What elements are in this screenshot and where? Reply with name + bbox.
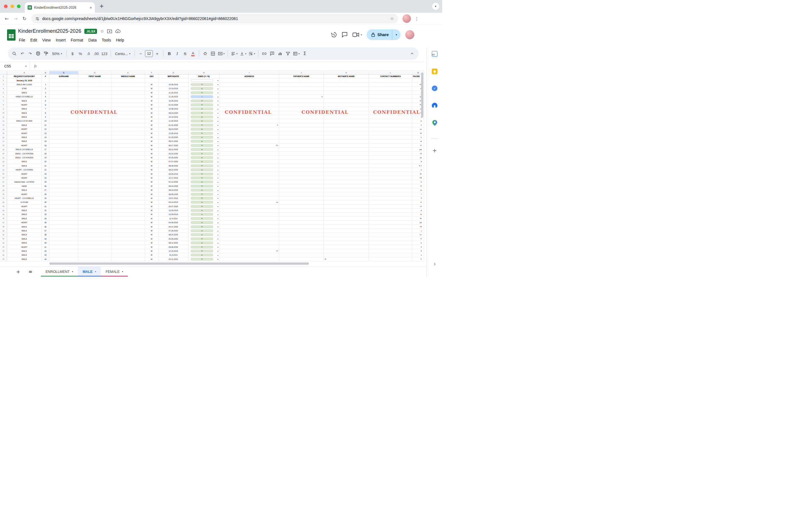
row-number[interactable]: 10	[0, 111, 7, 115]
row-number[interactable]: 5	[0, 91, 7, 95]
sned-cell[interactable]: N▾	[188, 197, 220, 200]
cell[interactable]	[279, 152, 324, 156]
birthdate-cell[interactable]: 06-04-2020	[158, 184, 188, 188]
cell[interactable]	[79, 156, 111, 160]
cell[interactable]: KY	[412, 233, 424, 237]
column-header-G[interactable]: G	[158, 71, 188, 75]
cell[interactable]	[220, 192, 279, 196]
sned-cell[interactable]: N▾	[188, 87, 220, 91]
cell[interactable]	[369, 119, 412, 123]
row-number[interactable]: 39	[0, 229, 7, 233]
number-cell[interactable]: 16	[42, 144, 49, 147]
document-title[interactable]: KinderEnrollment2025-2026	[18, 28, 81, 34]
column-header-L[interactable]: L	[369, 71, 412, 75]
cell[interactable]	[279, 119, 324, 123]
number-cell[interactable]: 8	[42, 111, 49, 115]
cell[interactable]	[79, 83, 111, 87]
tab-close-icon[interactable]: ×	[90, 5, 92, 10]
category-cell[interactable]: SMILE	[7, 139, 42, 143]
cell[interactable]	[220, 119, 279, 123]
row-number[interactable]: 42	[0, 241, 7, 245]
sex-cell[interactable]: M	[145, 107, 158, 111]
sned-dropdown-chip[interactable]: N	[191, 181, 213, 183]
cell[interactable]	[369, 180, 412, 184]
font-select[interactable]: Centu... ▾	[113, 50, 133, 57]
category-cell[interactable]: HEART	[7, 131, 42, 135]
category-cell[interactable]: 11:00 AM	[7, 200, 42, 204]
format-currency-button[interactable]: $	[69, 50, 76, 57]
row-number[interactable]: 45	[0, 253, 7, 257]
category-cell[interactable]: SMILE	[7, 225, 42, 228]
undo-button[interactable]: ↶	[18, 50, 26, 57]
chevron-down-icon[interactable]: ▾	[218, 165, 218, 167]
cell[interactable]	[111, 144, 145, 147]
birthdate-cell[interactable]: 10-07-2019	[158, 197, 188, 200]
cell[interactable]	[279, 233, 324, 237]
row-number[interactable]: 2	[0, 79, 7, 82]
bold-button[interactable]: B	[165, 50, 173, 57]
cell[interactable]	[279, 184, 324, 188]
cell[interactable]	[369, 197, 412, 200]
cell[interactable]	[220, 172, 279, 176]
cell[interactable]	[279, 127, 324, 131]
birthdate-cell[interactable]: 08-20-2020	[158, 233, 188, 237]
cell[interactable]	[49, 115, 79, 119]
cell[interactable]	[220, 168, 279, 172]
new-tab-button[interactable]: +	[99, 3, 104, 9]
category-cell[interactable]: HAND	[7, 184, 42, 188]
sned-dropdown-chip[interactable]: N	[191, 229, 213, 232]
row-number[interactable]: 29	[0, 188, 7, 192]
cell[interactable]	[111, 99, 145, 103]
cell[interactable]: IV	[412, 200, 424, 204]
sex-cell[interactable]: M	[145, 139, 158, 143]
cell[interactable]	[49, 245, 79, 249]
category-cell[interactable]: SMILE	[7, 164, 42, 168]
formula-input[interactable]	[37, 62, 424, 70]
birthdate-cell[interactable]: 10-19-2019	[158, 115, 188, 119]
cell[interactable]	[79, 192, 111, 196]
cell[interactable]: YA	[220, 249, 279, 253]
chevron-down-icon[interactable]: ▾	[218, 104, 218, 106]
sned-dropdown-chip[interactable]: N	[191, 246, 213, 248]
chevron-down-icon[interactable]: ▾	[218, 149, 218, 151]
category-cell[interactable]: HEART	[7, 176, 42, 180]
sned-dropdown-chip[interactable]: N	[191, 128, 213, 130]
row-number[interactable]: 41	[0, 237, 7, 241]
sned-cell[interactable]: N▾	[188, 144, 220, 147]
category-cell[interactable]: SMILE	[7, 209, 42, 213]
cell[interactable]	[369, 221, 412, 225]
menu-help[interactable]: Help	[113, 37, 127, 43]
sned-dropdown-chip[interactable]: N	[191, 225, 213, 228]
cell[interactable]	[111, 245, 145, 249]
cell[interactable]	[324, 103, 369, 107]
cell[interactable]	[111, 229, 145, 233]
tab-search-chevron-icon[interactable]: ▾	[432, 3, 439, 10]
sned-cell[interactable]: N▾	[188, 107, 220, 111]
cell[interactable]	[279, 197, 324, 200]
sned-dropdown-chip[interactable]: N	[191, 160, 213, 163]
sned-cell[interactable]: N▾	[188, 172, 220, 176]
chevron-down-icon[interactable]: ▾	[218, 92, 218, 94]
cell[interactable]	[324, 237, 369, 241]
cell[interactable]	[79, 79, 111, 82]
birthdate-cell[interactable]: 10-3-2019	[158, 253, 188, 257]
cell[interactable]	[111, 123, 145, 127]
birthdate-cell[interactable]: 12-16-2019	[158, 249, 188, 253]
sned-dropdown-chip[interactable]: N	[191, 165, 213, 167]
reload-button[interactable]: ↻	[22, 16, 27, 22]
increase-font-size-button[interactable]: +	[153, 50, 161, 57]
cell[interactable]	[111, 147, 145, 152]
birthdate-cell[interactable]: 08-08-2020	[158, 164, 188, 168]
number-cell[interactable]: 41	[42, 245, 49, 249]
number-cell[interactable]: 26	[42, 184, 49, 188]
sned-cell[interactable]: N▾	[188, 152, 220, 156]
cell[interactable]	[79, 237, 111, 241]
cell[interactable]	[369, 99, 412, 103]
chevron-down-icon[interactable]: ▾	[218, 157, 218, 159]
cell[interactable]: EL	[412, 217, 424, 221]
keep-icon[interactable]	[432, 68, 438, 75]
sned-dropdown-chip[interactable]: N	[191, 201, 213, 204]
cell[interactable]	[49, 200, 79, 204]
category-cell[interactable]: SMILE	[7, 229, 42, 233]
cell[interactable]	[369, 164, 412, 168]
